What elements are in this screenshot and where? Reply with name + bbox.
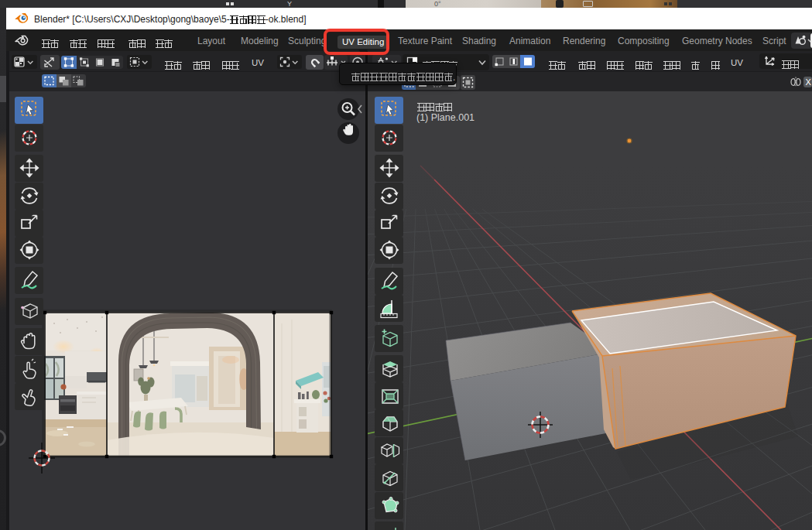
svg-text:X: X [806,77,812,87]
